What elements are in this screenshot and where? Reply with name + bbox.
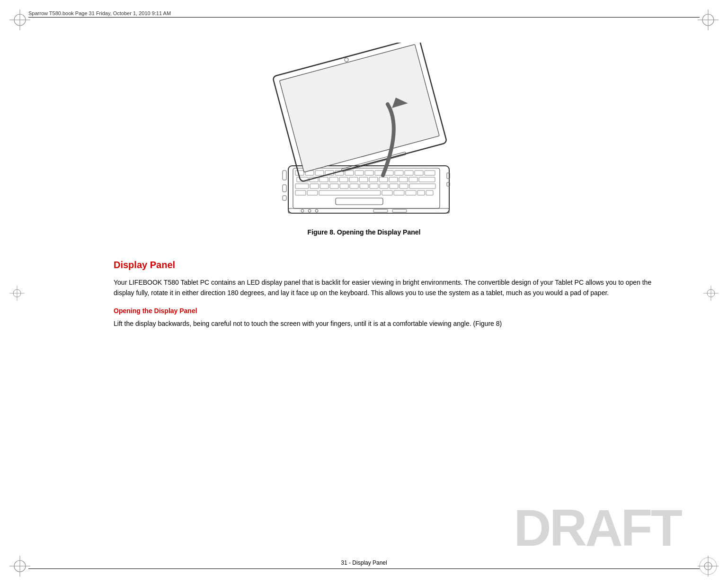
svg-rect-61 [307, 190, 318, 195]
svg-rect-60 [295, 190, 306, 195]
svg-rect-44 [389, 177, 398, 182]
reg-mark-top-right [698, 9, 719, 30]
reg-mark-bottom-left [9, 556, 30, 577]
svg-rect-27 [355, 171, 364, 175]
figure-container: Figure 8. Opening the Display Panel [38, 43, 690, 236]
svg-rect-28 [365, 171, 373, 175]
draft-watermark: DRAFT [514, 497, 681, 558]
svg-rect-41 [359, 177, 368, 182]
svg-rect-66 [417, 190, 425, 195]
svg-rect-67 [426, 190, 433, 195]
svg-point-83 [344, 57, 349, 62]
svg-point-70 [301, 209, 304, 212]
header-text: Sparrow T580.book Page 31 Friday, Octobe… [28, 10, 171, 16]
svg-rect-49 [310, 184, 319, 189]
svg-rect-68 [336, 198, 383, 205]
svg-rect-75 [283, 171, 286, 180]
svg-rect-39 [339, 177, 348, 182]
opening-display-panel-heading: Opening the Display Panel [114, 307, 662, 315]
reg-mark-bottom-right [698, 556, 719, 577]
bottom-border-line [28, 568, 700, 569]
page-number: 31 - Display Panel [341, 559, 387, 566]
svg-rect-77 [283, 196, 286, 200]
svg-rect-51 [330, 184, 338, 189]
svg-point-72 [315, 209, 318, 212]
top-border-line [28, 17, 700, 18]
svg-rect-37 [320, 177, 328, 182]
svg-rect-76 [283, 185, 286, 192]
svg-rect-46 [409, 177, 417, 182]
figure-caption: Figure 8. Opening the Display Panel [308, 228, 421, 236]
display-panel-body: Your LIFEBOOK T580 Tablet PC contains an… [114, 277, 662, 298]
svg-rect-21 [295, 171, 304, 175]
svg-rect-26 [345, 171, 354, 175]
svg-rect-52 [340, 184, 348, 189]
svg-rect-63 [382, 190, 392, 195]
svg-rect-47 [419, 177, 435, 182]
svg-rect-38 [329, 177, 338, 182]
display-panel-heading: Display Panel [114, 260, 662, 270]
content-area: Figure 8. Opening the Display Panel Disp… [38, 28, 690, 558]
reg-mark-middle-right [703, 286, 719, 301]
svg-rect-73 [373, 209, 388, 212]
svg-rect-50 [320, 184, 328, 189]
header-bar: Sparrow T580.book Page 31 Friday, Octobe… [28, 9, 700, 18]
svg-rect-62 [319, 190, 381, 195]
svg-rect-23 [315, 171, 324, 175]
svg-rect-40 [349, 177, 358, 182]
svg-rect-64 [394, 190, 404, 195]
svg-rect-59 [409, 184, 435, 189]
svg-rect-54 [360, 184, 368, 189]
svg-rect-69 [288, 208, 449, 213]
svg-rect-45 [399, 177, 408, 182]
svg-rect-19 [288, 166, 449, 213]
svg-rect-31 [395, 171, 403, 175]
svg-rect-65 [406, 190, 416, 195]
opening-display-panel-body: Lift the display backwards, being carefu… [114, 318, 662, 329]
svg-rect-56 [380, 184, 388, 189]
svg-rect-33 [415, 171, 423, 175]
reg-mark-middle-left [9, 286, 25, 301]
page-footer: 31 - Display Panel [0, 559, 728, 566]
svg-rect-48 [295, 184, 309, 189]
svg-rect-53 [350, 184, 358, 189]
svg-rect-42 [369, 177, 378, 182]
svg-rect-82 [280, 45, 439, 171]
svg-rect-57 [390, 184, 398, 189]
laptop-figure [265, 43, 463, 223]
svg-rect-58 [400, 184, 408, 189]
svg-point-71 [308, 209, 311, 212]
reg-mark-top-left [9, 9, 30, 30]
main-content: Display Panel Your LIFEBOOK T580 Tablet … [38, 260, 690, 329]
page: Sparrow T580.book Page 31 Friday, Octobe… [0, 0, 728, 586]
svg-rect-34 [425, 171, 435, 175]
svg-rect-20 [293, 168, 440, 208]
svg-rect-55 [370, 184, 378, 189]
svg-rect-32 [405, 171, 413, 175]
svg-rect-74 [392, 209, 407, 212]
svg-rect-43 [379, 177, 388, 182]
